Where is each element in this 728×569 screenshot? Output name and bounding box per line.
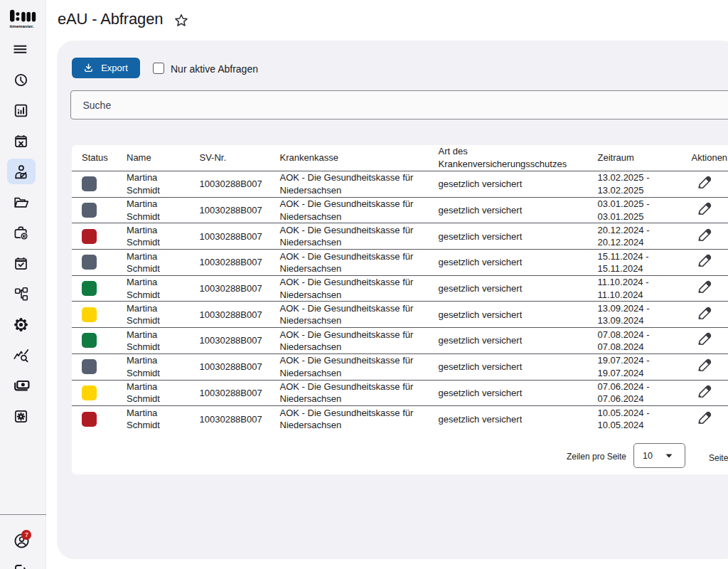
svg-text:timemaster.: timemaster. [10, 23, 34, 28]
